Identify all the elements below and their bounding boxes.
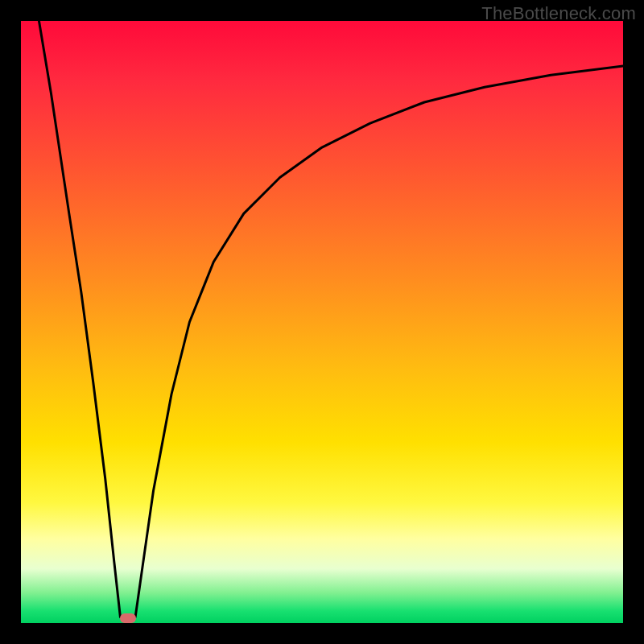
- plot-area: [21, 21, 623, 623]
- optimal-marker: [120, 613, 135, 623]
- watermark: TheBottleneck.com: [481, 3, 636, 24]
- bottleneck-curve: [21, 21, 623, 623]
- outer-frame: TheBottleneck.com: [0, 0, 644, 644]
